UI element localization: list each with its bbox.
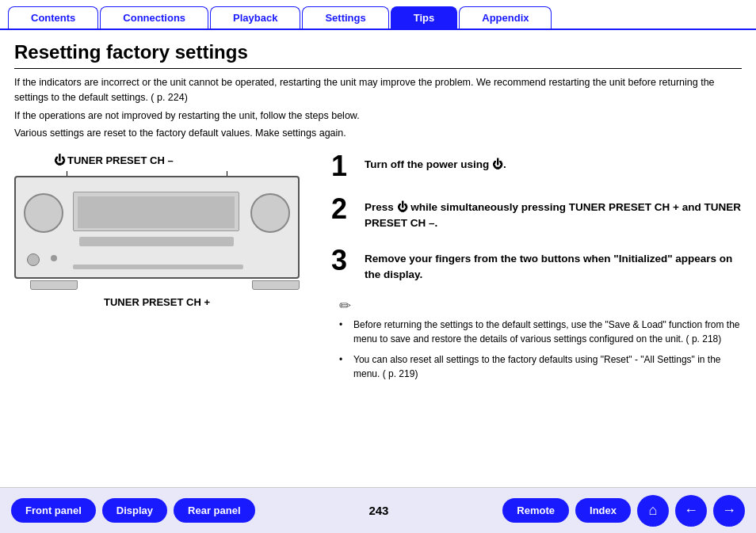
intro-paragraph-3: Various settings are reset to the factor…: [14, 126, 742, 141]
device-bottom-bar: [73, 265, 243, 269]
device-diagram-section: ⏻ TUNER PRESET CH –: [14, 152, 315, 387]
back-button[interactable]: ←: [675, 495, 707, 527]
page-title: Resetting factory settings: [14, 41, 742, 69]
forward-button[interactable]: →: [713, 495, 745, 527]
tab-tips[interactable]: Tips: [391, 6, 458, 29]
step-2-number: 2: [331, 195, 355, 223]
device-left-knob: [24, 193, 63, 233]
rear-panel-button[interactable]: Rear panel: [174, 498, 254, 523]
step-1-text: Turn off the power using ⏻.: [365, 152, 506, 173]
device-small-circle: [51, 255, 57, 261]
home-button[interactable]: ⌂: [637, 495, 669, 527]
power-label: ⏻ TUNER PRESET CH –: [54, 154, 174, 166]
note-2-text: You can also reset all settings to the f…: [353, 352, 742, 381]
bullet-2: •: [339, 352, 349, 381]
step-3-text: Remove your fingers from the two buttons…: [365, 246, 742, 284]
power-icon: ⏻: [54, 154, 65, 166]
tuner-preset-ch-minus-label: TUNER PRESET CH –: [67, 154, 174, 166]
bullet-1: •: [339, 318, 349, 346]
note-1: • Before returning the settings to the d…: [339, 318, 742, 346]
diagram-wrapper: ⏻ TUNER PRESET CH –: [14, 176, 315, 308]
page-number: 243: [262, 504, 497, 517]
bottom-footer: Front panel Display Rear panel 243 Remot…: [0, 487, 756, 533]
tab-playback[interactable]: Playback: [210, 6, 300, 29]
device-right-knob: [250, 193, 290, 233]
intro-paragraph-1: If the indicators are incorrect or the u…: [14, 75, 742, 105]
remote-button[interactable]: Remote: [502, 498, 569, 523]
foot-left: [30, 280, 78, 290]
step-1-number: 1: [331, 152, 355, 181]
step-3: 3 Remove your fingers from the two butto…: [331, 246, 742, 284]
step-3-number: 3: [331, 246, 355, 275]
step-2-text: Press ⏻ while simultaneously pressing TU…: [365, 195, 742, 232]
device-inner-rect: [78, 196, 235, 228]
step-2: 2 Press ⏻ while simultaneously pressing …: [331, 195, 742, 232]
tab-appendix[interactable]: Appendix: [459, 6, 552, 29]
intro-paragraph-2: If the operations are not improved by re…: [14, 109, 742, 124]
device-buttons-row: [79, 237, 234, 246]
display-button[interactable]: Display: [102, 498, 167, 523]
device-small-knob: [27, 253, 40, 266]
notes-section: ✏ • Before returning the settings to the…: [331, 297, 742, 381]
device-feet: [30, 280, 300, 290]
front-panel-button[interactable]: Front panel: [11, 498, 96, 523]
tab-bar: Contents Connections Playback Settings T…: [0, 0, 756, 30]
tab-settings[interactable]: Settings: [302, 6, 388, 29]
tab-contents[interactable]: Contents: [8, 6, 98, 29]
foot-right: [252, 280, 300, 290]
tuner-preset-ch-plus-label: TUNER PRESET CH +: [14, 296, 300, 308]
tab-connections[interactable]: Connections: [100, 6, 208, 29]
note-2: • You can also reset all settings to the…: [339, 352, 742, 381]
pencil-icon: ✏: [339, 297, 742, 314]
main-content: Resetting factory settings If the indica…: [0, 30, 756, 395]
steps-section: 1 Turn off the power using ⏻. 2 Press ⏻ …: [331, 152, 742, 387]
note-1-text: Before returning the settings to the def…: [353, 318, 742, 346]
device-illustration: [14, 176, 300, 279]
index-button[interactable]: Index: [575, 498, 631, 523]
step-1: 1 Turn off the power using ⏻.: [331, 152, 742, 181]
